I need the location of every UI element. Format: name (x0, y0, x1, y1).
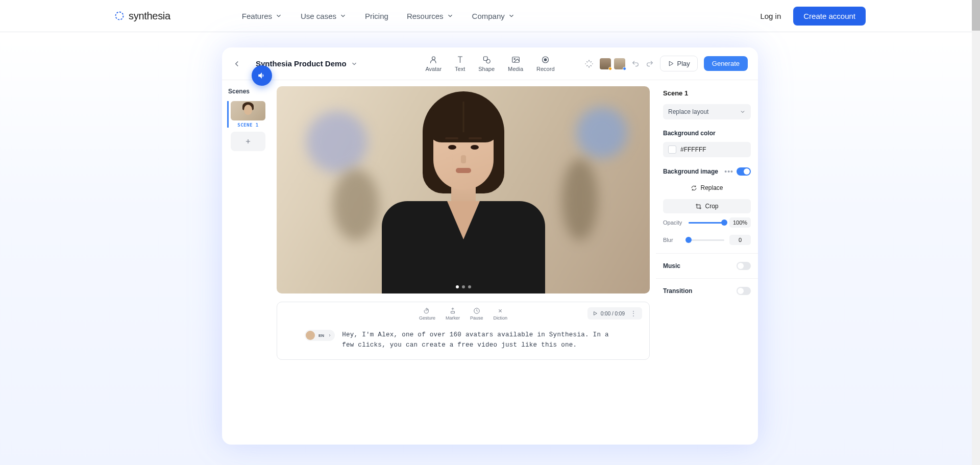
language-badge: EN (317, 333, 326, 338)
canvas-area: Gesture Marker Pause Diction 0:00 / 0:09… (271, 80, 656, 366)
plus-icon (244, 138, 252, 145)
bg-image-toggle[interactable] (737, 167, 751, 176)
project-title[interactable]: Synthesia Product Demo (256, 59, 347, 68)
shape-icon (482, 55, 491, 64)
music-toggle[interactable] (737, 262, 751, 270)
canvas-tools: Avatar Text Shape Media Record (425, 55, 554, 72)
script-tool-diction[interactable]: Diction (494, 307, 508, 321)
nav-pricing[interactable]: Pricing (365, 12, 388, 20)
chevron-down-icon[interactable] (351, 60, 358, 67)
opacity-slider[interactable] (689, 222, 724, 224)
generate-button[interactable]: Generate (704, 56, 748, 71)
nav-right: Log in Create account (760, 7, 866, 26)
svg-point-7 (545, 59, 547, 61)
play-icon (668, 60, 674, 67)
collaborator-avatar-1 (600, 58, 611, 69)
crop-icon (695, 203, 702, 210)
transition-label: Transition (663, 287, 692, 295)
play-small-icon (593, 311, 598, 316)
site-nav: synthesia Features Use cases Pricing Res… (0, 0, 980, 32)
nav-company[interactable]: Company (472, 12, 515, 20)
blur-slider-row: Blur 0 (663, 235, 751, 245)
editor-toolbar: Synthesia Product Demo Avatar Text Shape… (222, 47, 758, 80)
synthesia-logo-icon (114, 11, 125, 21)
opacity-slider-row: Opacity 100% (663, 217, 751, 228)
script-tools: Gesture Marker Pause Diction 0:00 / 0:09… (284, 307, 642, 321)
diction-icon (497, 307, 504, 314)
nav-usecases[interactable]: Use cases (301, 12, 347, 20)
opacity-value[interactable]: 100% (729, 217, 751, 228)
panel-title: Scene 1 (663, 89, 751, 97)
tool-record[interactable]: Record (536, 55, 554, 72)
bg-image-more-icon[interactable]: ••• (724, 167, 733, 176)
mute-toggle-button[interactable] (252, 65, 272, 86)
nav-features[interactable]: Features (242, 12, 282, 20)
chevron-down-icon (508, 12, 515, 19)
replace-image-button[interactable]: Replace (663, 181, 751, 195)
add-scene-button[interactable] (231, 132, 265, 151)
svg-point-0 (116, 12, 124, 20)
login-link[interactable]: Log in (760, 12, 781, 20)
layout-select[interactable]: Replace layout (663, 104, 751, 119)
pause-clock-icon (473, 307, 480, 314)
transition-toggle[interactable] (737, 287, 751, 295)
script-panel: Gesture Marker Pause Diction 0:00 / 0:09… (277, 302, 650, 360)
editor-top-right: Play Generate (584, 56, 748, 71)
record-icon (541, 55, 550, 64)
editor-body: Scenes SCENE 1 (222, 80, 758, 366)
voice-selector[interactable]: EN (305, 330, 335, 341)
brand-name: synthesia (129, 10, 170, 22)
svg-marker-10 (594, 312, 597, 315)
blur-label: Blur (663, 237, 683, 243)
chevron-down-icon (275, 12, 282, 19)
avatar-icon (429, 55, 438, 64)
media-icon (511, 55, 520, 64)
video-canvas[interactable] (277, 86, 650, 293)
script-content: EN Hey, I'm Alex, one of over 160 avatar… (284, 330, 642, 354)
text-icon (455, 55, 464, 64)
brand-logo[interactable]: synthesia (114, 10, 170, 22)
avatar-person (377, 86, 550, 293)
tool-avatar[interactable]: Avatar (425, 55, 442, 72)
editor-outer: Synthesia Product Demo Avatar Text Shape… (0, 32, 980, 465)
scene-label: SCENE 1 (231, 123, 265, 128)
chevron-down-icon (339, 12, 347, 19)
blur-slider[interactable] (689, 239, 724, 241)
script-tool-marker[interactable]: Marker (446, 307, 460, 321)
script-time[interactable]: 0:00 / 0:09 ⋮ (587, 307, 642, 320)
chevron-down-icon (447, 12, 454, 19)
svg-point-1 (432, 57, 435, 60)
replace-icon (691, 185, 697, 191)
sparkle-icon[interactable] (584, 59, 594, 68)
create-account-button[interactable]: Create account (793, 7, 866, 26)
collaborator-avatars[interactable] (600, 58, 625, 69)
svg-point-3 (486, 59, 490, 63)
bg-image-label: Background image (663, 168, 718, 175)
redo-icon[interactable] (646, 60, 654, 68)
play-button[interactable]: Play (660, 56, 698, 71)
properties-panel: Scene 1 Replace layout Background color … (656, 80, 758, 366)
tool-text[interactable]: Text (455, 55, 465, 72)
bg-color-input[interactable]: #FFFFFF (663, 142, 751, 157)
scene-item-1[interactable]: SCENE 1 (227, 101, 265, 128)
undo-icon[interactable] (631, 60, 640, 68)
blur-value[interactable]: 0 (729, 235, 751, 245)
music-label: Music (663, 262, 680, 270)
chevron-right-icon (328, 333, 332, 337)
marker-icon (449, 307, 456, 314)
bg-color-label: Background color (663, 130, 751, 137)
crop-image-button[interactable]: Crop (663, 199, 751, 213)
tool-media[interactable]: Media (508, 55, 523, 72)
svg-marker-8 (669, 61, 673, 66)
canvas-pagination-dots (456, 285, 471, 288)
speaker-on-icon (257, 71, 266, 80)
script-tool-gesture[interactable]: Gesture (419, 307, 435, 321)
tool-shape[interactable]: Shape (478, 55, 495, 72)
page-scrollbar[interactable] (972, 0, 980, 465)
script-text[interactable]: Hey, I'm Alex, one of over 160 avatars a… (342, 330, 622, 350)
script-tool-pause[interactable]: Pause (470, 307, 483, 321)
opacity-label: Opacity (663, 219, 683, 226)
scene-thumbnail (231, 101, 265, 120)
nav-resources[interactable]: Resources (407, 12, 454, 20)
back-arrow-icon[interactable] (232, 59, 241, 68)
